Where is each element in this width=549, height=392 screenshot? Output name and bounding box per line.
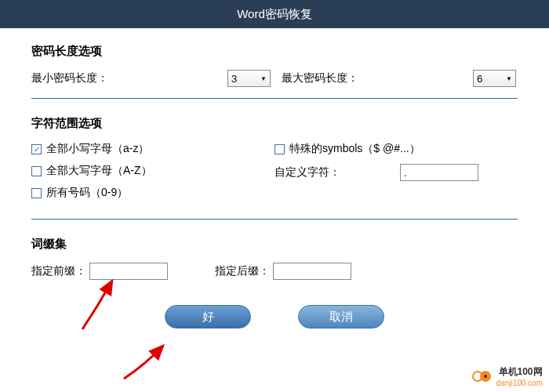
button-row: 好 取消 bbox=[31, 305, 518, 328]
chevron-down-icon: ▼ bbox=[506, 75, 512, 82]
lowercase-label: 全部小写字母（a-z） bbox=[46, 142, 149, 156]
main-content: 密码长度选项 最小密码长度： 3 ▼ 最大密码长度： 6 ▼ 字符范围选项 全部… bbox=[0, 28, 549, 336]
custom-char-label: 自定义字符： bbox=[274, 165, 400, 180]
min-length-select[interactable]: 3 ▼ bbox=[227, 70, 271, 87]
prefix-group: 指定前缀： bbox=[31, 263, 168, 280]
max-length-label: 最大密码长度： bbox=[282, 71, 473, 85]
prefix-label: 指定前缀： bbox=[31, 264, 86, 278]
ok-button[interactable]: 好 bbox=[165, 305, 251, 328]
length-section-title: 密码长度选项 bbox=[31, 44, 518, 59]
watermark-line2: danji100.com bbox=[496, 379, 543, 387]
symbols-row: 特殊的symbols（$ @#...） bbox=[274, 142, 518, 156]
digits-checkbox[interactable] bbox=[31, 188, 42, 198]
affix-row: 指定前缀： 指定后缀： bbox=[31, 263, 518, 280]
digits-label: 所有号码（0-9） bbox=[46, 186, 128, 200]
length-row: 最小密码长度： 3 ▼ 最大密码长度： 6 ▼ bbox=[31, 70, 518, 87]
affix-section-title: 词缀集 bbox=[31, 237, 518, 252]
watermark-line1: 单机100网 bbox=[499, 365, 543, 379]
cancel-button[interactable]: 取消 bbox=[298, 305, 384, 328]
cancel-button-label: 取消 bbox=[329, 310, 353, 325]
chars-section-title: 字符范围选项 bbox=[31, 116, 518, 131]
custom-char-row: 自定义字符： bbox=[274, 164, 518, 181]
max-length-value: 6 bbox=[477, 73, 482, 85]
lowercase-checkbox[interactable] bbox=[31, 144, 42, 154]
suffix-label: 指定后缀： bbox=[215, 264, 270, 278]
window-title-bar: Word密码恢复 bbox=[0, 0, 549, 28]
chars-col-left: 全部小写字母（a-z） 全部大写字母（A-Z） 所有号码（0-9） bbox=[31, 142, 274, 208]
custom-char-input[interactable] bbox=[400, 164, 478, 181]
window-title: Word密码恢复 bbox=[237, 7, 312, 22]
uppercase-row: 全部大写字母（A-Z） bbox=[31, 164, 274, 178]
suffix-input[interactable] bbox=[273, 263, 351, 280]
divider bbox=[31, 219, 518, 220]
chars-col-right: 特殊的symbols（$ @#...） 自定义字符： bbox=[274, 142, 518, 208]
min-length-value: 3 bbox=[231, 73, 237, 85]
ok-button-label: 好 bbox=[202, 310, 214, 325]
chars-grid: 全部小写字母（a-z） 全部大写字母（A-Z） 所有号码（0-9） 特殊的sym… bbox=[31, 142, 518, 208]
annotation-arrow bbox=[118, 341, 173, 384]
watermark-logo-icon bbox=[472, 368, 494, 384]
suffix-group: 指定后缀： bbox=[215, 263, 351, 280]
divider bbox=[31, 98, 518, 99]
symbols-checkbox[interactable] bbox=[274, 144, 285, 154]
watermark: 单机100网 danji100.com bbox=[472, 365, 543, 387]
lowercase-row: 全部小写字母（a-z） bbox=[31, 142, 274, 156]
max-length-select[interactable]: 6 ▼ bbox=[473, 70, 516, 87]
symbols-label: 特殊的symbols（$ @#...） bbox=[289, 142, 420, 156]
uppercase-checkbox[interactable] bbox=[31, 166, 42, 176]
prefix-input[interactable] bbox=[89, 263, 168, 280]
uppercase-label: 全部大写字母（A-Z） bbox=[46, 164, 152, 178]
watermark-text: 单机100网 danji100.com bbox=[499, 365, 543, 387]
min-length-label: 最小密码长度： bbox=[31, 71, 227, 85]
chevron-down-icon: ▼ bbox=[260, 75, 267, 82]
digits-row: 所有号码（0-9） bbox=[31, 186, 274, 200]
